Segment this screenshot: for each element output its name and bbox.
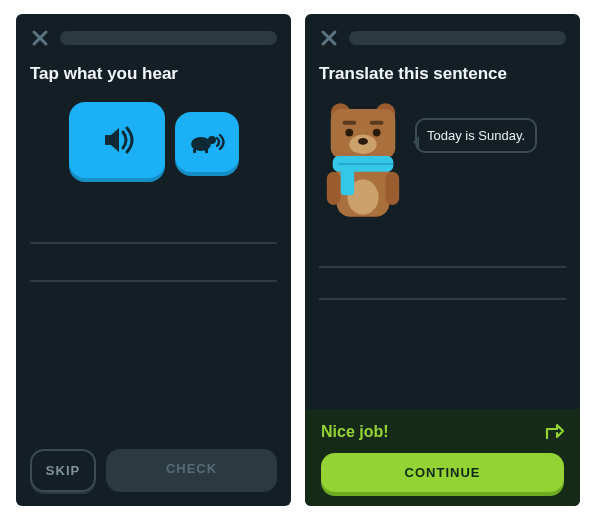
word-bank	[30, 423, 277, 443]
svg-rect-2	[193, 149, 196, 153]
svg-rect-3	[205, 149, 208, 153]
share-icon[interactable]	[544, 421, 564, 443]
top-bar	[30, 28, 277, 48]
svg-rect-19	[385, 172, 399, 205]
feedback-header: Nice job!	[321, 421, 564, 443]
feedback-text: Nice job!	[321, 423, 389, 441]
close-icon[interactable]	[319, 28, 339, 48]
svg-rect-16	[341, 170, 355, 195]
play-audio-button[interactable]	[69, 102, 165, 178]
svg-rect-7	[342, 121, 356, 125]
skip-button[interactable]: SKIP	[30, 449, 96, 492]
play-slow-audio-button[interactable]	[175, 112, 239, 172]
svg-point-10	[373, 129, 381, 137]
character-scene: Today is Sunday.	[319, 98, 566, 218]
answer-line[interactable]	[319, 236, 566, 268]
progress-bar	[60, 31, 277, 45]
top-bar	[319, 28, 566, 48]
speaker-icon	[95, 118, 139, 162]
exercise-prompt: Translate this sentence	[319, 64, 566, 84]
svg-point-9	[345, 129, 353, 137]
svg-rect-8	[370, 121, 384, 125]
exercise-prompt: Tap what you hear	[30, 64, 277, 84]
sentence-text: Today is Sunday.	[427, 128, 525, 143]
turtle-speaker-icon	[187, 126, 227, 158]
answer-line[interactable]	[30, 244, 277, 282]
svg-point-1	[208, 136, 216, 144]
continue-button[interactable]: CONTINUE	[321, 453, 564, 492]
feedback-panel: Nice job! CONTINUE	[305, 409, 580, 506]
answer-slot-area	[30, 206, 277, 282]
speech-bubble[interactable]: Today is Sunday.	[415, 118, 537, 153]
answer-line[interactable]	[30, 206, 277, 244]
word-bank	[319, 395, 566, 399]
answer-slot-area	[319, 232, 566, 302]
svg-rect-18	[327, 172, 341, 205]
answer-line[interactable]	[319, 268, 566, 300]
close-icon[interactable]	[30, 28, 50, 48]
bottom-action-bar: SKIP CHECK	[30, 449, 277, 492]
svg-point-0	[191, 137, 211, 151]
bear-character-icon	[319, 98, 407, 218]
screen-translate-exercise: Translate this sentence	[305, 14, 580, 506]
check-button[interactable]: CHECK	[106, 449, 277, 492]
screen-listening-exercise: Tap what you hear SKIP	[16, 14, 291, 506]
progress-bar	[349, 31, 566, 45]
audio-controls	[30, 102, 277, 178]
svg-point-12	[358, 138, 368, 145]
